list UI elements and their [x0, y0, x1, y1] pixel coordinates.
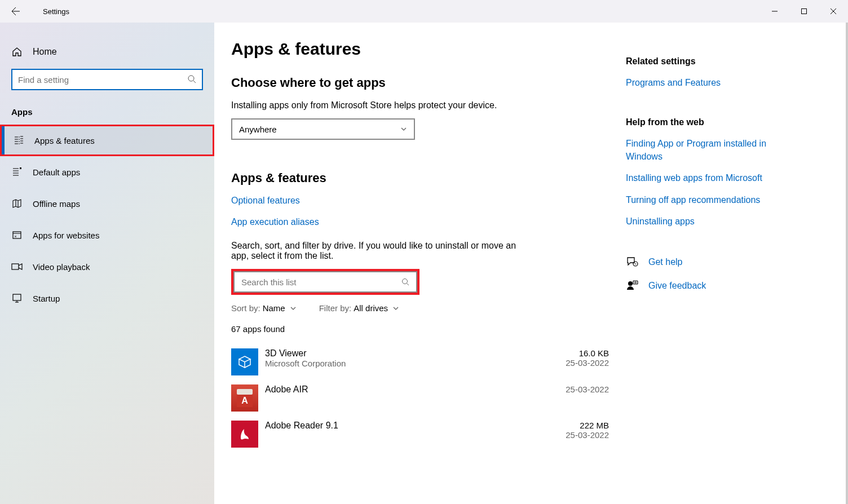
sidebar-item-apps-websites[interactable]: Apps for websites — [0, 219, 214, 251]
apps-websites-icon — [11, 229, 23, 241]
sidebar-item-startup[interactable]: Startup — [0, 282, 214, 314]
sort-by-control[interactable]: Sort by: Name — [231, 303, 297, 313]
chevron-down-icon — [400, 126, 407, 132]
programs-features-link[interactable]: Programs and Features — [626, 77, 801, 89]
sidebar-item-label: Default apps — [33, 167, 80, 177]
svg-point-22 — [628, 281, 633, 286]
svg-line-16 — [407, 284, 409, 286]
app-row[interactable]: Adobe Reader 9.1 222 MB 25-03-2022 — [231, 416, 609, 452]
app-source-dropdown[interactable]: Anywhere — [231, 118, 415, 140]
app-size: 222 MB — [566, 421, 609, 430]
content-area: Apps & features Choose where to get apps… — [214, 23, 848, 504]
chevron-down-icon — [392, 305, 399, 312]
offline-maps-icon — [11, 198, 23, 209]
titlebar: Settings — [0, 0, 848, 23]
maximize-button[interactable] — [789, 0, 819, 23]
close-button[interactable] — [819, 0, 848, 23]
sidebar-search-input[interactable] — [11, 69, 203, 90]
search-icon — [187, 74, 196, 83]
help-link[interactable]: Uninstalling apps — [626, 215, 801, 228]
get-help-link[interactable]: Get help — [648, 257, 682, 267]
sort-by-value: Name — [263, 303, 285, 313]
optional-features-link[interactable]: Optional features — [231, 196, 609, 206]
back-button[interactable] — [11, 7, 20, 16]
app-execution-aliases-link[interactable]: App execution aliases — [231, 217, 609, 227]
sidebar: Home Apps Apps & features Default apps — [0, 23, 214, 504]
video-playback-icon — [11, 261, 23, 272]
sidebar-item-label: Apps for websites — [33, 231, 99, 240]
sidebar-item-label: Startup — [33, 294, 60, 303]
app-icon-3dviewer — [231, 348, 258, 375]
filter-by-label: Filter by: — [319, 303, 352, 313]
sidebar-item-offline-maps[interactable]: Offline maps — [0, 188, 214, 219]
svg-text:A: A — [241, 396, 248, 405]
page-title: Apps & features — [231, 39, 609, 59]
svg-rect-12 — [13, 294, 21, 300]
svg-rect-9 — [13, 232, 21, 238]
give-feedback-link[interactable]: Give feedback — [648, 281, 706, 291]
help-link[interactable]: Finding App or Program installed in Wind… — [626, 138, 801, 163]
help-web-heading: Help from the web — [626, 117, 801, 127]
sidebar-search[interactable] — [11, 69, 203, 90]
scrollbar[interactable] — [846, 23, 848, 504]
choose-where-heading: Choose where to get apps — [231, 76, 609, 90]
filter-by-control[interactable]: Filter by: All drives — [319, 303, 399, 313]
app-row[interactable]: A Adobe AIR 25-03-2022 — [231, 380, 609, 416]
sidebar-item-apps-features[interactable]: Apps & features — [0, 125, 214, 156]
app-row[interactable]: 3D Viewer Microsoft Corporation 16.0 KB … — [231, 344, 609, 380]
chevron-down-icon — [290, 305, 297, 312]
sidebar-section-label: Apps — [0, 101, 214, 125]
sidebar-item-label: Offline maps — [33, 199, 80, 209]
get-help-icon: ? — [626, 256, 638, 268]
app-icon-adobe-air: A — [231, 384, 258, 412]
minimize-button[interactable] — [760, 0, 789, 23]
app-publisher: Microsoft Corporation — [265, 359, 346, 368]
startup-icon — [11, 293, 23, 304]
app-icon-adobe-reader — [231, 421, 258, 448]
sidebar-item-label: Video playback — [33, 262, 90, 272]
home-label: Home — [33, 47, 57, 57]
app-size: 16.0 KB — [566, 348, 609, 358]
default-apps-icon — [11, 166, 23, 178]
apps-features-heading: Apps & features — [231, 171, 609, 185]
search-sort-desc: Search, sort, and filter by drive. If yo… — [231, 241, 524, 261]
svg-rect-8 — [20, 167, 21, 169]
feedback-icon — [626, 280, 638, 292]
app-name: 3D Viewer — [265, 348, 346, 359]
filter-by-value: All drives — [354, 303, 388, 313]
related-settings-heading: Related settings — [626, 56, 801, 67]
help-link[interactable]: Turning off app recommendations — [626, 194, 801, 206]
svg-point-4 — [19, 136, 20, 138]
app-date: 25-03-2022 — [566, 384, 609, 394]
sidebar-item-label: Apps & features — [34, 136, 95, 145]
svg-point-6 — [19, 141, 20, 142]
svg-rect-1 — [802, 9, 807, 14]
help-link[interactable]: Installing web apps from Microsoft — [626, 172, 801, 184]
right-panel: Related settings Programs and Features H… — [609, 23, 818, 504]
search-list-input[interactable] — [233, 271, 417, 293]
svg-rect-23 — [633, 281, 638, 284]
dropdown-value: Anywhere — [239, 125, 277, 134]
choose-where-desc: Installing apps only from Microsoft Stor… — [231, 100, 609, 110]
apps-features-icon — [13, 135, 24, 146]
app-date: 25-03-2022 — [566, 358, 609, 368]
svg-rect-11 — [12, 264, 19, 269]
sidebar-item-default-apps[interactable]: Default apps — [0, 156, 214, 188]
home-button[interactable]: Home — [0, 39, 214, 64]
app-date: 25-03-2022 — [566, 430, 609, 440]
app-count: 67 apps found — [231, 324, 609, 334]
app-name: Adobe AIR — [265, 384, 308, 395]
svg-line-3 — [193, 81, 196, 83]
svg-rect-17 — [237, 389, 253, 395]
window-title: Settings — [43, 7, 69, 16]
svg-point-2 — [188, 76, 194, 81]
search-icon — [401, 278, 409, 286]
app-name: Adobe Reader 9.1 — [265, 421, 338, 431]
search-list-wrap — [231, 269, 419, 295]
home-icon — [11, 46, 23, 58]
svg-point-5 — [19, 139, 20, 140]
sort-by-label: Sort by: — [231, 303, 260, 313]
sidebar-item-video-playback[interactable]: Video playback — [0, 251, 214, 282]
svg-point-15 — [403, 279, 408, 284]
svg-point-7 — [19, 143, 20, 144]
